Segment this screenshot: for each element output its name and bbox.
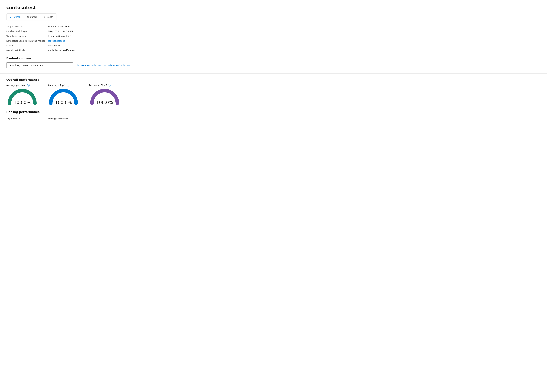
delete-button[interactable]: 🗑 Delete <box>41 15 55 19</box>
acc-top5-info-icon[interactable]: i <box>108 84 110 86</box>
gauge-acc-top1: Accuracy - Top 1 i 100.0% <box>48 84 79 105</box>
eval-runs-dropdown-value: default (6/16/2022, 1:34:25 PM) <box>9 64 44 67</box>
gauge-acc-top5-container: 100.0% <box>89 88 121 105</box>
gauge-acc-top1-value: 100.0% <box>55 100 72 105</box>
overall-performance-section: Overall performance Average precision i … <box>6 78 541 105</box>
evaluation-runs-title: Evaluation runs <box>6 57 541 60</box>
toolbar-divider-2 <box>40 15 40 19</box>
gauge-avg-precision-value: 100.0% <box>14 100 31 105</box>
per-tag-section: Per-Tag performance Tag name ↑ Average p… <box>6 110 541 121</box>
total-training-label: Total training time <box>6 34 48 38</box>
overall-performance-title: Overall performance <box>6 78 541 81</box>
model-task-value: Multi-Class Classification <box>48 49 541 52</box>
gauge-acc-top5: Accuracy - Top 5 i 100.0% <box>89 84 121 105</box>
target-scenario-label: Target scenario <box>6 25 48 28</box>
toolbar: ↺ Refresh ✕ Cancel 🗑 Delete <box>6 13 56 20</box>
avg-precision-info-icon[interactable]: i <box>27 84 30 86</box>
gauge-acc-top1-container: 100.0% <box>48 88 79 105</box>
eval-runs-dropdown[interactable]: default (6/16/2022, 1:34:25 PM) ▾ <box>6 62 73 68</box>
table-header: Tag name ↑ Average precision <box>6 116 541 121</box>
gauge-avg-precision: Average precision i 100.0% <box>6 84 38 105</box>
evaluation-runs-section: Evaluation runs default (6/16/2022, 1:34… <box>6 57 541 68</box>
gauge-avg-precision-label: Average precision i <box>6 84 30 86</box>
refresh-label: Refresh <box>13 16 21 18</box>
page-title: contosotest <box>6 5 541 10</box>
status-label: Status <box>6 44 48 47</box>
finished-training-value: 6/16/2022, 1:34:58 PM <box>48 30 541 33</box>
delete-icon: 🗑 <box>43 16 46 18</box>
add-eval-run-button[interactable]: + Add new evaluation run <box>104 64 130 67</box>
chevron-down-icon: ▾ <box>70 64 71 66</box>
refresh-icon: ↺ <box>10 15 12 18</box>
acc-top1-info-icon[interactable]: i <box>67 84 69 86</box>
cancel-icon: ✕ <box>27 15 29 18</box>
delete-eval-label: Delete evaluation run <box>80 64 101 67</box>
cancel-button[interactable]: ✕ Cancel <box>25 14 39 19</box>
delete-eval-run-button[interactable]: 🗑 Delete evaluation run <box>77 64 101 67</box>
gauge-acc-top1-label: Accuracy - Top 1 i <box>48 84 69 86</box>
datasets-label: Dataset(s) used to train the model <box>6 39 48 43</box>
target-scenario-value: Image classification <box>48 25 541 28</box>
gauge-acc-top5-label: Accuracy - Top 5 i <box>89 84 110 86</box>
gauge-avg-precision-container: 100.0% <box>6 88 38 105</box>
delete-label: Delete <box>47 16 53 18</box>
status-value: Succeeded <box>48 44 541 47</box>
section-divider <box>0 73 547 74</box>
delete-eval-icon: 🗑 <box>77 64 79 67</box>
cancel-label: Cancel <box>30 16 37 18</box>
datasets-link[interactable]: contosodataset <box>48 39 541 43</box>
refresh-button[interactable]: ↺ Refresh <box>8 14 22 19</box>
eval-actions: 🗑 Delete evaluation run + Add new evalua… <box>77 64 130 67</box>
gauges-row: Average precision i 100.0% Accuracy - To… <box>6 84 541 105</box>
sort-asc-icon: ↑ <box>19 118 20 120</box>
avg-precision-column-header[interactable]: Average precision <box>48 117 541 120</box>
add-eval-icon: + <box>104 64 106 67</box>
total-training-value: 1 hour(s) 8 minute(s) <box>48 34 541 38</box>
gauge-acc-top5-value: 100.0% <box>96 100 113 105</box>
tag-name-column-header[interactable]: Tag name ↑ <box>6 117 48 120</box>
finished-training-label: Finished training on <box>6 30 48 33</box>
add-eval-label: Add new evaluation run <box>107 64 130 67</box>
eval-runs-row: default (6/16/2022, 1:34:25 PM) ▾ 🗑 Dele… <box>6 62 541 68</box>
info-grid: Target scenario Image classification Fin… <box>6 25 541 52</box>
per-tag-title: Per-Tag performance <box>6 110 541 113</box>
toolbar-divider-1 <box>24 15 24 19</box>
model-task-label: Model task kinds <box>6 49 48 52</box>
